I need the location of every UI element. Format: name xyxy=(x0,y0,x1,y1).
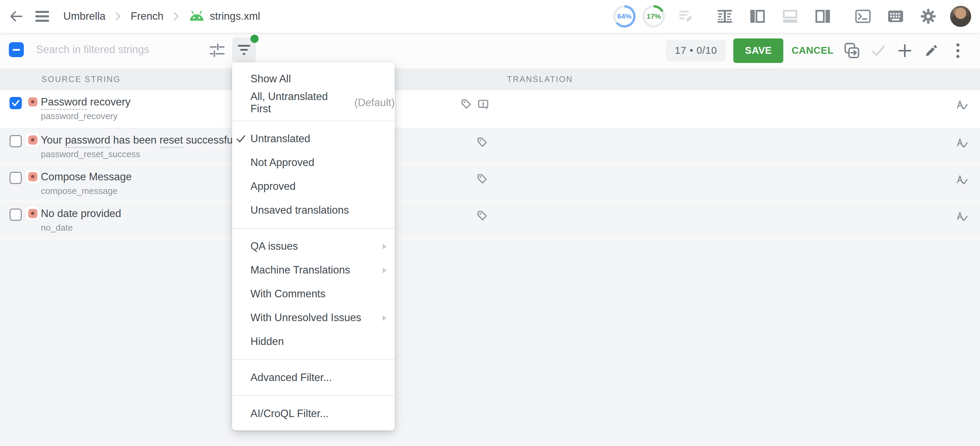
approve-button[interactable] xyxy=(865,34,891,67)
string-key: password_reset_success xyxy=(41,147,245,161)
filter-menu-item-label: AI/CroQL Filter... xyxy=(250,408,329,420)
more-actions-button[interactable] xyxy=(945,34,971,67)
tag-icon xyxy=(476,173,488,186)
copy-source-button[interactable] xyxy=(838,34,865,67)
translated-progress-ring: 64% xyxy=(613,5,636,27)
filter-dropdown-menu: Show All All, Untranslated First (Defaul… xyxy=(232,62,395,430)
filter-menu-item[interactable]: Advanced Filter... xyxy=(232,366,395,389)
approve-translation-icon[interactable] xyxy=(954,98,969,113)
filter-menu-item[interactable]: Show All xyxy=(232,67,395,91)
filter-menu-item[interactable]: With Comments xyxy=(232,282,395,306)
table-header: SOURCE STRING TRANSLATION xyxy=(0,68,980,90)
kebab-menu-icon xyxy=(956,43,960,59)
right-panel-view-button[interactable] xyxy=(807,0,839,33)
add-string-button[interactable] xyxy=(891,34,918,67)
console-button[interactable] xyxy=(846,0,879,33)
settings-gear-icon xyxy=(920,8,936,24)
filter-active-badge xyxy=(250,35,259,43)
menu-toggle-button[interactable] xyxy=(30,0,54,33)
source-string-text: Compose Message xyxy=(41,170,132,184)
string-row[interactable]: No date provided no_date xyxy=(0,202,980,238)
filter-menu-item-label: Show All xyxy=(250,73,291,85)
approve-translation-icon[interactable] xyxy=(954,136,969,151)
filter-menu-item[interactable]: AI/CroQL Filter... xyxy=(232,402,395,425)
filter-menu-item-label: Unsaved translations xyxy=(250,204,349,216)
comment-issue-icon xyxy=(477,98,489,111)
string-status-icon xyxy=(26,133,40,147)
check-icon xyxy=(11,98,21,108)
string-counter-badge: 17 • 0/10 xyxy=(666,40,726,62)
editor-toolbar: 17 • 0/10 SAVE CANCEL xyxy=(0,33,980,68)
side-by-side-view-button[interactable] xyxy=(708,0,741,33)
filter-menu-item[interactable]: Not Approved xyxy=(232,151,395,175)
cancel-button[interactable]: CANCEL xyxy=(791,45,834,56)
approve-translation-icon[interactable] xyxy=(954,173,969,188)
filter-menu-item-label: Untranslated xyxy=(250,133,310,145)
filter-menu-item-label: With Unresolved Issues xyxy=(250,312,361,324)
search-input[interactable] xyxy=(36,40,213,60)
proofread-mode-button[interactable] xyxy=(670,0,702,33)
left-panel-view-button[interactable] xyxy=(741,0,774,33)
source-string-text: No date provided xyxy=(41,206,121,221)
back-button[interactable] xyxy=(3,0,30,33)
filter-menu-item[interactable]: Unsaved translations xyxy=(232,198,395,222)
string-status-icon xyxy=(26,170,40,183)
column-translation: TRANSLATION xyxy=(507,75,573,84)
side-by-side-view-icon xyxy=(717,9,733,24)
row-checkbox[interactable] xyxy=(10,208,22,221)
proofread-edit-icon xyxy=(679,10,694,23)
filter-icon xyxy=(237,44,251,56)
search-settings-button[interactable] xyxy=(206,39,228,62)
filter-menu-item[interactable]: With Unresolved Issues xyxy=(232,306,395,330)
menu-divider xyxy=(232,395,395,396)
chevron-right-icon xyxy=(114,11,123,21)
row-checkbox[interactable] xyxy=(10,172,22,184)
save-button[interactable]: SAVE xyxy=(733,38,783,63)
source-string-text: Your password has been reset successfull… xyxy=(41,133,245,147)
keyboard-shortcuts-button[interactable] xyxy=(879,0,912,33)
submenu-arrow-icon xyxy=(382,243,387,250)
user-avatar[interactable] xyxy=(950,6,971,27)
filter-menu-item-label: Approved xyxy=(250,180,296,192)
approved-progress-ring: 17% xyxy=(643,5,665,27)
string-status-icon xyxy=(26,206,40,220)
string-row[interactable]: Compose Message compose_message xyxy=(0,165,980,202)
filter-menu-item[interactable]: All, Untranslated First (Default) xyxy=(232,91,395,115)
filter-menu-item-label: QA issues xyxy=(250,240,298,252)
settings-button[interactable] xyxy=(912,0,945,33)
breadcrumb-project[interactable]: Umbrella xyxy=(63,10,105,22)
filter-menu-item-label: Hidden xyxy=(250,335,284,348)
row-checkbox[interactable] xyxy=(10,97,22,109)
filter-menu-item-label: All, Untranslated First xyxy=(250,90,350,115)
filter-menu-item-label: Machine Translations xyxy=(250,264,350,276)
filter-menu-item[interactable]: Approved xyxy=(232,175,395,198)
source-string-text: Password recovery xyxy=(41,95,130,109)
string-row[interactable]: Your password has been reset successfull… xyxy=(0,128,980,165)
left-panel-view-icon xyxy=(750,10,765,23)
filter-button[interactable] xyxy=(232,37,256,63)
tag-icon xyxy=(460,98,472,111)
filter-menu-item[interactable]: QA issues xyxy=(232,234,395,258)
column-source-string: SOURCE STRING xyxy=(41,75,121,84)
translated-progress-label: 64% xyxy=(617,12,632,21)
select-all-checkbox[interactable] xyxy=(9,42,24,57)
approve-translation-icon[interactable] xyxy=(954,210,969,225)
filter-menu-item[interactable]: Untranslated xyxy=(232,127,395,151)
row-checkbox[interactable] xyxy=(10,135,22,147)
menu-divider xyxy=(232,121,395,121)
filter-menu-item[interactable]: Machine Translations xyxy=(232,258,395,282)
approved-progress-label: 17% xyxy=(646,12,661,21)
back-arrow-icon xyxy=(9,9,24,24)
breadcrumb-language[interactable]: French xyxy=(130,10,163,22)
bottom-panel-view-button[interactable] xyxy=(774,0,807,33)
breadcrumb-file[interactable]: strings.xml xyxy=(189,10,260,22)
edit-string-button[interactable] xyxy=(918,34,945,67)
string-status-icon xyxy=(26,95,40,108)
top-bar: Umbrella French strings.xml 64% xyxy=(0,0,980,33)
terminal-icon xyxy=(855,10,871,23)
indeterminate-mark xyxy=(13,49,20,51)
filter-menu-item-label: With Comments xyxy=(250,288,325,300)
string-row[interactable]: Password recovery password_recovery xyxy=(0,90,980,128)
filter-menu-item[interactable]: Hidden xyxy=(232,330,395,354)
chevron-right-icon xyxy=(172,11,181,21)
